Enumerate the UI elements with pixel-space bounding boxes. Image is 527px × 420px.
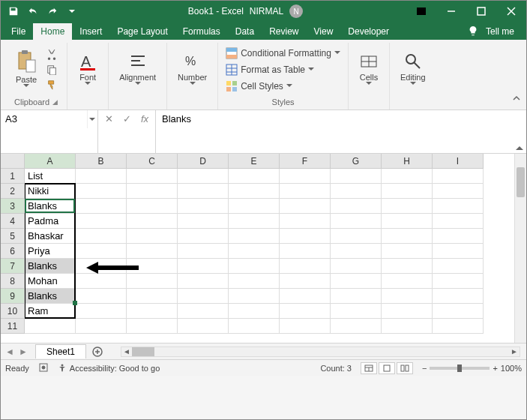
cell-G10[interactable]: [331, 304, 382, 319]
undo-button[interactable]: [25, 3, 41, 20]
cell-D10[interactable]: [178, 304, 229, 319]
editing-button[interactable]: Editing: [397, 50, 429, 88]
row-header-10[interactable]: 10: [1, 304, 25, 319]
cell-G6[interactable]: [331, 244, 382, 259]
cell-E11[interactable]: [229, 319, 280, 334]
cell-E8[interactable]: [229, 274, 280, 289]
col-header-I[interactable]: I: [433, 154, 484, 169]
spreadsheet-grid[interactable]: ABCDEFGHI 1234567891011 ListNikkiBlanksP…: [1, 154, 526, 343]
row-header-1[interactable]: 1: [1, 169, 25, 184]
cell-D6[interactable]: [178, 244, 229, 259]
close-button[interactable]: [496, 1, 526, 22]
cell-G8[interactable]: [331, 274, 382, 289]
qat-dropdown[interactable]: [64, 3, 80, 20]
cell-F7[interactable]: [280, 259, 331, 274]
redo-button[interactable]: [44, 3, 61, 20]
cell-H7[interactable]: [382, 259, 433, 274]
ribbon-display-options[interactable]: [406, 7, 436, 16]
row-header-3[interactable]: 3: [1, 199, 25, 214]
copy-button[interactable]: [44, 63, 59, 76]
row-header-11[interactable]: 11: [1, 319, 25, 334]
tab-page-layout[interactable]: Page Layout: [109, 23, 175, 40]
col-header-H[interactable]: H: [382, 154, 433, 169]
cell-G2[interactable]: [331, 184, 382, 199]
tab-insert[interactable]: Insert: [72, 23, 109, 40]
conditional-formatting-button[interactable]: Conditional Formatting: [226, 46, 340, 61]
cell-F10[interactable]: [280, 304, 331, 319]
cell-C6[interactable]: [127, 244, 178, 259]
cell-D3[interactable]: [178, 199, 229, 214]
save-button[interactable]: [5, 3, 22, 20]
cell-A7[interactable]: Blanks: [25, 259, 76, 274]
cell-I9[interactable]: [433, 289, 484, 304]
tab-view[interactable]: View: [307, 23, 341, 40]
cell-B9[interactable]: [76, 289, 127, 304]
cell-F3[interactable]: [280, 199, 331, 214]
cell-C1[interactable]: [127, 169, 178, 184]
cell-H3[interactable]: [382, 199, 433, 214]
alignment-button[interactable]: Alignment: [116, 50, 159, 88]
select-all-corner[interactable]: [1, 154, 25, 169]
cell-B2[interactable]: [76, 184, 127, 199]
hscroll-left[interactable]: ◄: [121, 347, 132, 356]
cell-C7[interactable]: [127, 259, 178, 274]
cell-B8[interactable]: [76, 274, 127, 289]
vscroll-thumb[interactable]: [517, 167, 525, 197]
cell-I11[interactable]: [433, 319, 484, 334]
cell-C2[interactable]: [127, 184, 178, 199]
cell-E3[interactable]: [229, 199, 280, 214]
cell-F1[interactable]: [280, 169, 331, 184]
cell-G3[interactable]: [331, 199, 382, 214]
cell-B1[interactable]: [76, 169, 127, 184]
formula-input[interactable]: [156, 110, 513, 153]
enter-formula-button[interactable]: ✓: [121, 113, 133, 124]
row-header-6[interactable]: 6: [1, 244, 25, 259]
cell-H10[interactable]: [382, 304, 433, 319]
format-as-table-button[interactable]: Format as Table: [226, 62, 340, 77]
vertical-scrollbar[interactable]: [514, 154, 526, 343]
horizontal-scrollbar[interactable]: ◄ ►: [121, 346, 520, 357]
user-avatar[interactable]: N: [289, 4, 303, 18]
cell-styles-button[interactable]: Cell Styles: [226, 79, 340, 94]
cell-D11[interactable]: [178, 319, 229, 334]
cell-I4[interactable]: [433, 214, 484, 229]
accessibility-status[interactable]: Accessibility: Good to go: [58, 364, 160, 373]
maximize-button[interactable]: [466, 1, 496, 22]
cell-C4[interactable]: [127, 214, 178, 229]
cell-D1[interactable]: [178, 169, 229, 184]
row-header-7[interactable]: 7: [1, 259, 25, 274]
cell-E6[interactable]: [229, 244, 280, 259]
cell-H8[interactable]: [382, 274, 433, 289]
cell-E7[interactable]: [229, 259, 280, 274]
row-header-4[interactable]: 4: [1, 214, 25, 229]
minimize-button[interactable]: [436, 1, 466, 22]
format-painter-button[interactable]: [44, 78, 59, 92]
font-button[interactable]: A Font: [75, 50, 100, 88]
tab-file[interactable]: File: [4, 23, 33, 40]
hscroll-right[interactable]: ►: [509, 347, 520, 356]
formula-bar-expand[interactable]: [513, 110, 526, 153]
cell-C11[interactable]: [127, 319, 178, 334]
cell-H5[interactable]: [382, 229, 433, 244]
cell-F6[interactable]: [280, 244, 331, 259]
cell-H2[interactable]: [382, 184, 433, 199]
cell-G11[interactable]: [331, 319, 382, 334]
cell-H4[interactable]: [382, 214, 433, 229]
cell-F5[interactable]: [280, 229, 331, 244]
cell-F2[interactable]: [280, 184, 331, 199]
cell-I10[interactable]: [433, 304, 484, 319]
cell-C5[interactable]: [127, 229, 178, 244]
cell-A9[interactable]: Blanks: [25, 289, 76, 304]
cell-A2[interactable]: Nikki: [25, 184, 76, 199]
cell-B11[interactable]: [76, 319, 127, 334]
col-header-G[interactable]: G: [331, 154, 382, 169]
sheet-nav-prev[interactable]: ◄: [4, 346, 16, 358]
cell-D8[interactable]: [178, 274, 229, 289]
cell-C9[interactable]: [127, 289, 178, 304]
cell-H6[interactable]: [382, 244, 433, 259]
tell-me[interactable]: Tell me: [483, 23, 517, 40]
zoom-out-button[interactable]: −: [422, 364, 427, 373]
macro-record-icon[interactable]: [38, 362, 49, 374]
cell-I2[interactable]: [433, 184, 484, 199]
cell-B3[interactable]: [76, 199, 127, 214]
